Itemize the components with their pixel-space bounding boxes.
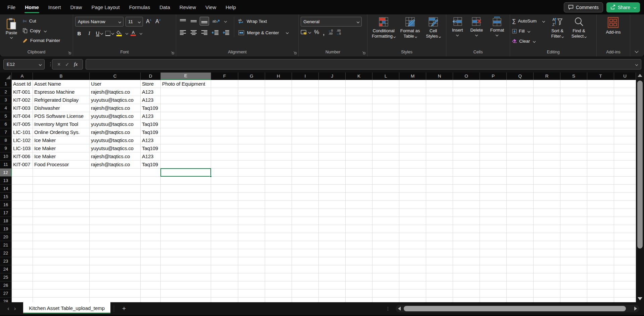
- cell-G24[interactable]: [238, 265, 265, 273]
- font-color-button[interactable]: A: [130, 29, 137, 38]
- cell-C17[interactable]: [90, 209, 141, 217]
- cell-D22[interactable]: [141, 249, 161, 257]
- cell-M25[interactable]: [399, 273, 426, 281]
- col-header-M[interactable]: M: [399, 73, 426, 80]
- cell-A16[interactable]: [12, 201, 33, 209]
- cell-S10[interactable]: [560, 152, 587, 161]
- cell-I3[interactable]: [292, 96, 319, 104]
- cell-E9[interactable]: [161, 144, 211, 152]
- cell-P10[interactable]: [480, 152, 507, 161]
- cell-E13[interactable]: [161, 177, 211, 185]
- cell-R2[interactable]: [534, 88, 560, 96]
- cell-B19[interactable]: [33, 225, 90, 233]
- cell-Q5[interactable]: [507, 112, 534, 120]
- cell-G11[interactable]: [238, 161, 265, 169]
- cell-U10[interactable]: [614, 152, 636, 161]
- cell-E24[interactable]: [161, 265, 211, 273]
- cell-E16[interactable]: [161, 201, 211, 209]
- cell-M26[interactable]: [399, 281, 426, 289]
- cell-G27[interactable]: [238, 289, 265, 298]
- cell-Q22[interactable]: [507, 249, 534, 257]
- paste-button[interactable]: Paste: [2, 17, 21, 38]
- cell-T16[interactable]: [587, 201, 614, 209]
- cell-T24[interactable]: [587, 265, 614, 273]
- cell-N23[interactable]: [426, 257, 453, 265]
- cell-B8[interactable]: Ice Maker: [33, 136, 90, 144]
- cell-K19[interactable]: [346, 225, 373, 233]
- cell-P15[interactable]: [480, 193, 507, 201]
- cell-O6[interactable]: [453, 120, 480, 128]
- cell-U18[interactable]: [614, 217, 636, 225]
- cell-G20[interactable]: [238, 233, 265, 241]
- cell-B25[interactable]: [33, 273, 90, 281]
- cell-H9[interactable]: [265, 144, 292, 152]
- row-header-14[interactable]: 14: [0, 185, 12, 193]
- cell-G14[interactable]: [238, 185, 265, 193]
- cell-R19[interactable]: [534, 225, 560, 233]
- cell-U22[interactable]: [614, 249, 636, 257]
- cell-P25[interactable]: [480, 273, 507, 281]
- menu-home[interactable]: Home: [20, 0, 44, 14]
- select-all-corner[interactable]: [0, 73, 12, 80]
- cell-B18[interactable]: [33, 217, 90, 225]
- cell-H19[interactable]: [265, 225, 292, 233]
- cell-I17[interactable]: [292, 209, 319, 217]
- cell-M12[interactable]: [399, 169, 426, 177]
- col-header-E[interactable]: E: [161, 73, 211, 80]
- cell-R11[interactable]: [534, 161, 560, 169]
- sheet-tab-active[interactable]: Kitchen Asset Table_upload_temp: [23, 302, 110, 314]
- cell-J2[interactable]: [319, 88, 346, 96]
- cell-O19[interactable]: [453, 225, 480, 233]
- cell-F19[interactable]: [211, 225, 238, 233]
- cell-E8[interactable]: [161, 136, 211, 144]
- cell-S25[interactable]: [560, 273, 587, 281]
- cell-J19[interactable]: [319, 225, 346, 233]
- cell-S26[interactable]: [560, 281, 587, 289]
- cell-S19[interactable]: [560, 225, 587, 233]
- cell-C12[interactable]: [90, 169, 141, 177]
- cell-O1[interactable]: [453, 80, 480, 88]
- cell-R23[interactable]: [534, 257, 560, 265]
- cell-C18[interactable]: [90, 217, 141, 225]
- cell-N21[interactable]: [426, 241, 453, 249]
- menu-file[interactable]: File: [3, 0, 20, 14]
- row-header-22[interactable]: 22: [0, 249, 12, 257]
- cell-R16[interactable]: [534, 201, 560, 209]
- menu-data[interactable]: Data: [155, 0, 175, 14]
- cell-P7[interactable]: [480, 128, 507, 136]
- cell-J8[interactable]: [319, 136, 346, 144]
- comments-button[interactable]: Comments: [564, 2, 603, 12]
- cell-H23[interactable]: [265, 257, 292, 265]
- font-size-select[interactable]: 11: [126, 17, 143, 27]
- cell-L4[interactable]: [373, 104, 399, 112]
- cell-A21[interactable]: [12, 241, 33, 249]
- col-header-K[interactable]: K: [346, 73, 373, 80]
- cell-T21[interactable]: [587, 241, 614, 249]
- cell-O11[interactable]: [453, 161, 480, 169]
- cell-D24[interactable]: [141, 265, 161, 273]
- cell-L18[interactable]: [373, 217, 399, 225]
- previous-sheet-arrow-icon[interactable]: ‹: [7, 305, 9, 312]
- cell-F17[interactable]: [211, 209, 238, 217]
- cell-C15[interactable]: [90, 193, 141, 201]
- cell-D10[interactable]: A123: [141, 152, 161, 161]
- cell-L23[interactable]: [373, 257, 399, 265]
- cell-G1[interactable]: [238, 80, 265, 88]
- cell-R3[interactable]: [534, 96, 560, 104]
- cell-L24[interactable]: [373, 265, 399, 273]
- menu-view[interactable]: View: [201, 0, 221, 14]
- cell-K6[interactable]: [346, 120, 373, 128]
- cell-E26[interactable]: [161, 281, 211, 289]
- cell-E28[interactable]: [161, 298, 211, 302]
- cell-F15[interactable]: [211, 193, 238, 201]
- cell-T11[interactable]: [587, 161, 614, 169]
- cell-T17[interactable]: [587, 209, 614, 217]
- cell-E20[interactable]: [161, 233, 211, 241]
- cell-R4[interactable]: [534, 104, 560, 112]
- cell-J7[interactable]: [319, 128, 346, 136]
- cell-U8[interactable]: [614, 136, 636, 144]
- cell-D13[interactable]: [141, 177, 161, 185]
- cell-A6[interactable]: KIT-005: [12, 120, 33, 128]
- cell-U24[interactable]: [614, 265, 636, 273]
- cell-C3[interactable]: yuyutsu@taqtics.co: [90, 96, 141, 104]
